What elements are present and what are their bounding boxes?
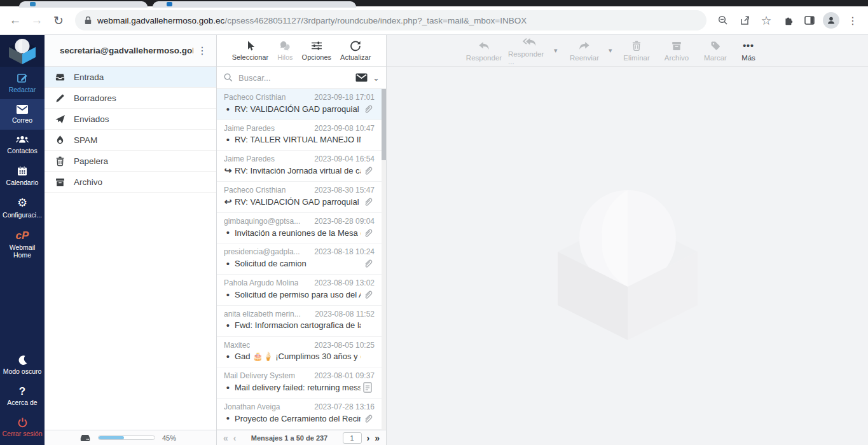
browser-menu-icon[interactable]: ⋮ (844, 11, 862, 29)
message-subject: Solicitud de permiso para uso del A... (235, 290, 361, 299)
search-bar: ⌄ (217, 67, 386, 89)
list-scrollbar-thumb[interactable] (382, 89, 386, 160)
message-row[interactable]: anita elizabeth merin...2023-08-08 11:52… (217, 306, 386, 337)
bookmark-star-icon[interactable]: ☆ (757, 11, 775, 29)
archive-icon (671, 40, 682, 52)
reply-button[interactable]: Responder (462, 40, 506, 62)
message-subject: RV: TALLER VIRTUAL MANEJO INT... (235, 135, 361, 144)
message-row[interactable]: presidencia@gadpla...2023-08-18 10:24•So… (217, 243, 386, 275)
message-list-panel: Seleccionar Hilos Opciones Actualizar (217, 35, 387, 445)
calendar-icon (17, 165, 28, 177)
message-sender: Pacheco Cristhian (224, 186, 286, 195)
browser-tab-strip (0, 0, 868, 6)
sidebar-item-label: Configuraci... (3, 211, 42, 219)
message-row[interactable]: Maxitec2023-08-05 10:25•Gad 🎂🍦 ¡Cumplimo… (217, 337, 386, 368)
unread-dot-icon: • (226, 413, 230, 423)
message-date: 2023-08-28 09:04 (314, 217, 375, 226)
refresh-button[interactable]: Actualizar (340, 40, 371, 61)
reply-all-icon (522, 36, 537, 48)
message-row[interactable]: Jonathan Aveiga2023-07-28 13:16•Proyecto… (217, 399, 386, 430)
message-row[interactable]: Pacheco Cristhian2023-09-18 17:01•RV: VA… (217, 89, 386, 120)
folder-enviados[interactable]: Enviados (45, 109, 216, 130)
folder-borradores[interactable]: Borradores (45, 88, 216, 109)
pagination-label: Mensajes 1 a 50 de 237 (241, 434, 337, 442)
next-page-button[interactable]: › (367, 434, 370, 442)
message-subject: Fwd: Informacion cartografica de la... (235, 320, 361, 330)
browser-tab[interactable] (19, 1, 148, 8)
mail-icon (16, 104, 29, 114)
folder-label: Archivo (74, 177, 102, 187)
select-button[interactable]: Seleccionar (232, 40, 268, 61)
browser-tab[interactable] (153, 1, 356, 8)
folder-entrada[interactable]: Entrada (45, 67, 216, 88)
last-page-button[interactable]: » (375, 434, 380, 442)
sidebar-item-webmail-home[interactable]: cP Webmail Home (0, 224, 45, 264)
share-icon[interactable] (736, 11, 754, 29)
sidebar-item-correo[interactable]: Correo (0, 99, 45, 130)
archive-button[interactable]: Archivo (658, 40, 695, 62)
search-options-chevron-icon[interactable]: ⌄ (373, 73, 380, 83)
forward-dropdown-icon[interactable]: ▾ (609, 46, 615, 55)
first-page-button[interactable]: « (223, 434, 228, 442)
reply-icon (477, 40, 491, 52)
settings-icon: ⚙ (17, 197, 27, 209)
sidebar-item-configuracion[interactable]: ⚙ Configuraci... (0, 192, 45, 224)
cpanel-icon: cP (16, 229, 29, 242)
app-sidebar: Redactar Correo Contactos Calendario ⚙ C… (0, 35, 45, 445)
message-sender: Jaime Paredes (224, 124, 275, 133)
reply-all-button[interactable]: Responder ... (508, 36, 551, 65)
search-input[interactable] (238, 73, 350, 83)
unread-dot-icon: • (226, 382, 230, 393)
message-list: Pacheco Cristhian2023-09-18 17:01•RV: VA… (217, 89, 386, 430)
folder-label: SPAM (74, 135, 97, 145)
folder-archivo[interactable]: Archivo (45, 172, 216, 193)
sidebar-item-cerrar-sesion[interactable]: Cerrar sesión (0, 412, 45, 445)
side-panel-icon[interactable] (801, 11, 818, 29)
zoom-icon[interactable] (714, 11, 732, 29)
sidebar-item-redactar[interactable]: Redactar (0, 67, 45, 99)
account-menu-icon[interactable]: ⋮ (193, 44, 211, 57)
message-row[interactable]: Jaime Paredes2023-09-08 10:47•RV: TALLER… (217, 120, 386, 151)
prev-page-button[interactable]: ‹ (233, 434, 237, 442)
list-scrollbar (382, 89, 386, 430)
message-subject: RV: Invitación Jornada virtual de ca... (235, 166, 361, 175)
unread-dot-icon: • (226, 351, 230, 362)
reload-button[interactable]: ↻ (50, 11, 67, 29)
message-view-empty (387, 67, 868, 445)
threads-button[interactable]: Hilos (277, 40, 293, 61)
message-row[interactable]: gimbaquingo@gptsa...2023-08-28 09:04•Inv… (217, 213, 386, 244)
message-row[interactable]: Mail Delivery System2023-08-01 09:37•Mai… (217, 367, 386, 399)
forward-button[interactable]: Reenviar (563, 40, 606, 62)
message-date: 2023-08-30 15:47 (314, 186, 375, 195)
message-row[interactable]: Pahola Argudo Molina2023-08-09 13:02•Sol… (217, 275, 386, 306)
sidebar-item-label: Webmail Home (1, 243, 43, 259)
sidebar-item-acerca-de[interactable]: ? Acerca de (0, 381, 45, 412)
reply-all-dropdown-icon[interactable]: ▾ (554, 46, 560, 55)
message-row[interactable]: Jaime Paredes2023-09-04 16:54↪RV: Invita… (217, 151, 386, 182)
message-date: 2023-08-09 13:02 (314, 278, 375, 287)
options-button[interactable]: Opciones (302, 40, 331, 61)
compose-icon (17, 72, 29, 84)
threads-icon (279, 40, 291, 51)
url-bar[interactable]: webmail.gadvallehermoso.gob.ec/cpsess462… (75, 10, 706, 31)
delete-button[interactable]: Eliminar (617, 40, 656, 62)
mark-button[interactable]: Marcar (698, 40, 733, 62)
sidebar-item-contactos[interactable]: Contactos (0, 130, 45, 160)
forward-button[interactable]: → (28, 11, 46, 29)
extensions-icon[interactable] (779, 11, 797, 29)
sidebar-item-label: Modo oscuro (3, 367, 42, 375)
message-row[interactable]: Pacheco Cristhian2023-08-30 15:47↩RV: VA… (217, 182, 386, 213)
tab-favicon (30, 2, 36, 6)
report-icon (363, 382, 375, 393)
folder-spam[interactable]: SPAM (45, 130, 216, 151)
profile-avatar[interactable] (822, 11, 840, 29)
sidebar-item-calendario[interactable]: Calendario (0, 160, 45, 192)
more-button[interactable]: ••• Más (736, 40, 761, 62)
message-date: 2023-09-08 10:47 (314, 124, 375, 133)
folder-papelera[interactable]: Papelera (45, 151, 216, 172)
search-scope-mail-icon[interactable] (355, 73, 368, 82)
page-number-input[interactable] (343, 432, 362, 444)
folder-label: Borradores (74, 93, 116, 103)
back-button[interactable]: ← (6, 11, 24, 29)
sidebar-item-modo-oscuro[interactable]: Modo oscuro (0, 350, 45, 381)
